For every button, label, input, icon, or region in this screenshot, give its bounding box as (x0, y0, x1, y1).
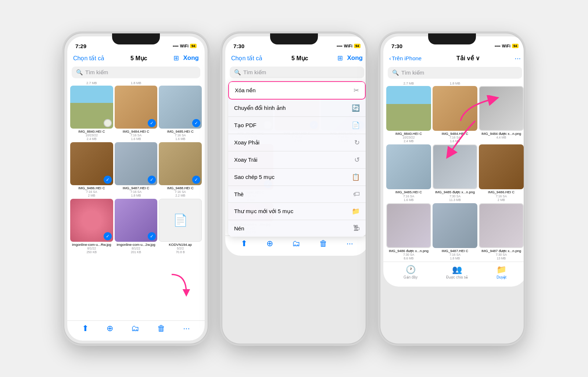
menu-icon-xoay-trai: ↺ (354, 156, 360, 164)
file-3-5[interactable]: IMG_9485 được x...n.png 7:30 SA 11.3 MB (433, 144, 477, 201)
thumb-7: ✓ (70, 199, 113, 242)
search-bar-1[interactable]: 🔍 Tìm kiếm (72, 67, 200, 78)
select-check-4: ✓ (104, 176, 112, 184)
thumb-6: ✓ (159, 142, 202, 185)
fn-3-7: IMG_9486 được x...n.png (386, 249, 431, 253)
thumb-3-9 (479, 203, 524, 248)
file-3-4[interactable]: IMG_9485.HEI C 7:16 SA 1.6 MB (386, 144, 431, 201)
tab-shared[interactable]: 👥 Được chia sẻ (446, 265, 468, 279)
more-icon-2[interactable]: ··· (347, 239, 353, 248)
file-3-3[interactable]: IMG_9484 được x...n.png 4.4 MB (479, 86, 524, 143)
search-bar-2[interactable]: 🔍 Tìm kiếm (230, 67, 364, 78)
tab-browse-label: Duyệt (496, 275, 506, 279)
fs-3-1: 2.4 MB (404, 139, 414, 143)
file-item-5[interactable]: ✓ IMG_9487.HEI C 7:16 SA 1.8 MB (115, 142, 158, 197)
menu-item-xoay-phai[interactable]: Xoay Phải ↻ (228, 134, 366, 151)
menu-icon-the: 🏷 (353, 190, 360, 198)
copy-icon[interactable]: ⊕ (107, 324, 113, 333)
trash-icon[interactable]: 🗑 (157, 324, 165, 333)
menu-icon-sao-chep: 📋 (352, 173, 360, 181)
select-check-5: ✓ (148, 176, 156, 184)
nav-actions-2: ⊞ Xong (337, 54, 363, 62)
thumb-3-1 (386, 86, 431, 131)
phone-2: 7:30 ▪▪▪▪ WiFi 94 Chọn tất cả 5 Mục ⊞ Xo… (222, 33, 366, 344)
thumb-3: ✓ (159, 86, 202, 129)
thumb-4: ✓ (70, 142, 113, 185)
fd-3-6: 7:16 SA (496, 194, 507, 198)
tab-recent[interactable]: 🕐 Gần đây (404, 265, 417, 279)
tab-recent-label: Gần đây (404, 275, 417, 279)
fs-3-9: 13 MB (497, 256, 506, 260)
menu-item-xoay-trai[interactable]: Xoay Trái ↺ (228, 151, 366, 169)
file-3-6[interactable]: IMG_9486.HEI C 7:16 SA 2 MB (479, 144, 524, 201)
fs-3-8: 1.8 MB (450, 256, 460, 260)
menu-item-tao-pdf[interactable]: Tạo PDF 📄 (228, 117, 366, 134)
file-item-1[interactable]: IMG_8840.HEI C 10/23/22 2.4 MB (70, 86, 113, 141)
thumb-3-7 (386, 203, 431, 248)
fd-3-9: 7:30 SA (496, 253, 507, 256)
time-3: 7:30 (391, 43, 402, 49)
menu-item-sao-chep[interactable]: Sao chép 5 mục 📋 (228, 169, 366, 186)
menu-label-sao-chep: Sao chép 5 mục (234, 174, 275, 180)
share-icon-2[interactable]: ⬆ (241, 239, 247, 248)
menu-label-xoa-nen: Xóa nền (235, 87, 256, 94)
menu-item-xoa-nen[interactable]: Xóa nền ✂ (228, 81, 366, 100)
file-item-8[interactable]: ✓ imgonline-com-u...2w.jpg 8/1/22 201 KB (115, 199, 158, 254)
signal-icon-3: ▪▪▪▪ (495, 44, 501, 48)
menu-label-xoay-trai: Xoay Trái (234, 157, 257, 163)
filename-6: IMG_9488.HEI C (159, 186, 202, 190)
select-all-2[interactable]: Chọn tất cả (231, 55, 262, 62)
done-btn-1[interactable]: Xong (183, 54, 199, 62)
fd-3-2: 7:16 SA (449, 136, 460, 139)
fd-3-5: 7:30 SA (449, 194, 460, 198)
nav-title-dropdown-3[interactable]: Tải về ∨ (456, 55, 480, 62)
menu-item-nen[interactable]: Nén 🗜 (228, 220, 366, 237)
grid-icon-2[interactable]: ⊞ (337, 54, 343, 62)
thumb-1 (70, 86, 113, 129)
file-3-8[interactable]: IMG_9487.HEI C 7:16 SA 1.8 MB (433, 203, 477, 260)
battery-1: 94 (190, 44, 197, 48)
file-item-2[interactable]: ✓ IMG_9484.HEI C 7:16 SA 1.6 MB (115, 86, 158, 141)
thumb-8: ✓ (115, 199, 158, 242)
tab-browse[interactable]: 📁 Duyệt (496, 265, 506, 279)
grid-row-3-2: IMG_9485.HEI C 7:16 SA 1.6 MB IMG_9485 đ… (386, 144, 524, 201)
select-all-1[interactable]: Chọn tất cả (73, 55, 104, 62)
search-placeholder-1: Tìm kiếm (85, 69, 108, 76)
menu-item-the[interactable]: Thè 🏷 (228, 186, 366, 203)
menu-item-thu-muc[interactable]: Thư mục mới với 5 mục 📁 (228, 203, 366, 220)
file-3-7[interactable]: IMG_9486 được x...n.png 7:30 SA 8.6 MB (386, 203, 431, 260)
file-item-9[interactable]: 📄 KODVN194.ap 5/2/2 70.8 B (159, 199, 202, 254)
menu-label-thu-muc: Thư mục mới với 5 mục (234, 208, 293, 215)
copy-icon-2[interactable]: ⊕ (266, 239, 273, 248)
fs-3-3: 4.4 MB (496, 136, 506, 139)
done-btn-2[interactable]: Xong (347, 54, 363, 62)
folder-icon[interactable]: 🗂 (131, 324, 139, 333)
trash-icon-2[interactable]: 🗑 (319, 239, 327, 248)
file-3-1[interactable]: IMG_8840.HEI C 10/23/22 2.4 MB (386, 86, 431, 143)
tab-bar-3: 🕐 Gần đây 👥 Được chia sẻ 📁 Duyệt (383, 262, 524, 287)
select-circle-1 (104, 119, 112, 127)
search-placeholder-3: Tìm kiếm (401, 69, 424, 76)
select-check-2: ✓ (148, 119, 156, 127)
file-item-6[interactable]: ✓ IMG_9488.HEI C 7:16 SA 2.2 MB (159, 142, 202, 197)
thumb-3-2 (433, 86, 477, 131)
grid-icon-1[interactable]: ⊞ (173, 54, 179, 62)
thumb-3-3 (479, 86, 524, 131)
more-icon[interactable]: ··· (183, 324, 190, 333)
file-3-2[interactable]: IMG_9484.HEI C 7:16 SA 1.6 MB (433, 86, 477, 143)
folder-icon-2[interactable]: 🗂 (292, 239, 300, 248)
file-item-3[interactable]: ✓ IMG_9485.HEI C 7:16 SA 1.6 MB (159, 86, 202, 141)
context-menu: Xóa nền ✂ Chuyển đổi hình ảnh 🔄 Tạo PDF … (228, 81, 366, 237)
menu-item-chuyen-doi[interactable]: Chuyển đổi hình ảnh 🔄 (228, 100, 366, 117)
back-btn-3[interactable]: ‹ Trên iPhone (389, 55, 422, 61)
search-bar-3[interactable]: 🔍 Tìm kiếm (388, 67, 522, 79)
file-item-4[interactable]: ✓ IMG_9486.HEI C 7:16 SA 2 MB (70, 142, 113, 197)
more-btn-3[interactable]: ··· (514, 54, 521, 62)
file-3-9[interactable]: IMG_9487 được x...n.png 7:30 SA 13 MB (479, 203, 524, 260)
file-item-7[interactable]: ✓ imgonline-com-u...Rw.jpg 8/1/22 250 KB (70, 199, 113, 254)
fs-3-4: 1.6 MB (404, 198, 414, 202)
grid-row-1-1: IMG_8840.HEI C 10/23/22 2.4 MB ✓ IMG_948… (70, 86, 202, 141)
chevron-down-icon-3: ∨ (476, 55, 480, 62)
notch-1 (112, 33, 160, 44)
share-icon[interactable]: ⬆ (82, 324, 89, 333)
